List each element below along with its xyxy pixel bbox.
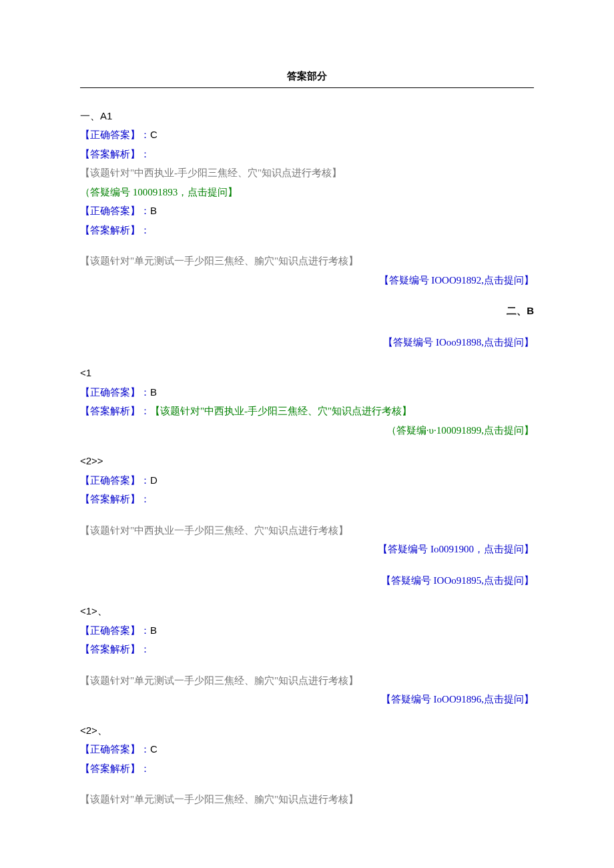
section-a1-header: 一、A1 bbox=[80, 107, 534, 126]
correct-answer-label: 【正确答案】： bbox=[80, 625, 150, 636]
title-underline bbox=[80, 87, 534, 88]
correct-answer-label: 【正确答案】： bbox=[80, 744, 150, 755]
section-b-header: 二、B bbox=[80, 302, 534, 321]
ask-link[interactable]: 【答疑编号 IOOO91892,点击提问】 bbox=[80, 271, 534, 290]
answer-row: 【正确答案】：C bbox=[80, 125, 534, 145]
answer-row: 【正确答案】：C bbox=[80, 740, 534, 759]
subquestion-index: <1 bbox=[80, 364, 534, 383]
analysis-label: 【答案解析】： bbox=[80, 494, 150, 504]
analysis-label: 【答案解析】： bbox=[80, 225, 150, 236]
correct-answer-value: D bbox=[150, 474, 158, 486]
correct-answer-value: B bbox=[150, 624, 157, 636]
answer-row: 【正确答案】：B bbox=[80, 383, 534, 402]
question-note: 【该题针对"中西执业一手少阳三焦经、穴"知识点进行考核】 bbox=[80, 521, 534, 540]
analysis-label: 【答案解析】： bbox=[80, 763, 150, 774]
ask-link[interactable]: 【答疑编号 IOoo91898,点击提问】 bbox=[80, 333, 534, 352]
ask-link[interactable]: 【答疑编号 IoOO91896,点击提问】 bbox=[80, 690, 534, 709]
question-note: 【该题针对"中西执业-手少阳三焦经、穴"知识点进行考核】 bbox=[80, 163, 534, 183]
ask-link[interactable]: （答疑编号 100091893，点击提问】 bbox=[80, 183, 534, 202]
page-title: 答案部分 bbox=[80, 67, 534, 86]
answer-row: 【正确答案】：B bbox=[80, 621, 534, 640]
answer-row: 【正确答案】：B bbox=[80, 201, 534, 221]
ask-link[interactable]: 【答疑编号 Io0091900，点击提问】 bbox=[80, 540, 534, 559]
ask-link[interactable]: （答疑编·υ·100091899,点击提问】 bbox=[80, 421, 534, 440]
analysis-row: 【答案解析】： bbox=[80, 490, 534, 509]
answer-row: 【正确答案】：D bbox=[80, 471, 534, 490]
analysis-row: 【答案解析】：【该题针对"中西执业-手少阳三焦经、穴"知识点进行考核】 bbox=[80, 402, 534, 421]
analysis-label: 【答案解析】： bbox=[80, 149, 150, 159]
analysis-label: 【答案解析】： bbox=[80, 406, 150, 416]
ask-link[interactable]: 【答疑编号 IOOo91895,点击提问】 bbox=[80, 571, 534, 590]
analysis-row: 【答案解析】： bbox=[80, 640, 534, 659]
correct-answer-label: 【正确答案】： bbox=[80, 129, 150, 140]
section-b-label: 二、B bbox=[507, 305, 534, 316]
subquestion-index: <2>> bbox=[80, 452, 534, 471]
question-note: 【该题针对"中西执业-手少阳三焦经、穴"知识点进行考核】 bbox=[150, 406, 412, 416]
correct-answer-value: C bbox=[150, 743, 158, 755]
analysis-row: 【答案解析】： bbox=[80, 145, 534, 164]
question-note: 【该题针对"单元测试一手少阳三焦经、腧穴"知识点进行考核】 bbox=[80, 252, 534, 271]
correct-answer-value: B bbox=[150, 205, 157, 216]
subquestion-index: <1>、 bbox=[80, 602, 534, 621]
section-a1-label: 一、A1 bbox=[80, 110, 112, 121]
question-note: 【该题针对"单元测试一手少阳三焦经、腧穴"知识点进行考核】 bbox=[80, 790, 534, 809]
correct-answer-value: C bbox=[150, 129, 158, 140]
analysis-row: 【答案解析】： bbox=[80, 759, 534, 779]
correct-answer-value: B bbox=[150, 386, 157, 398]
subquestion-index: <2>、 bbox=[80, 721, 534, 741]
question-note: 【该题针对"单元测试一手少阳三焦经、腧穴"知识点进行考核】 bbox=[80, 671, 534, 691]
analysis-row: 【答案解析】： bbox=[80, 221, 534, 240]
correct-answer-label: 【正确答案】： bbox=[80, 387, 150, 398]
analysis-label: 【答案解析】： bbox=[80, 644, 150, 655]
correct-answer-label: 【正确答案】： bbox=[80, 205, 150, 216]
correct-answer-label: 【正确答案】： bbox=[80, 475, 150, 486]
